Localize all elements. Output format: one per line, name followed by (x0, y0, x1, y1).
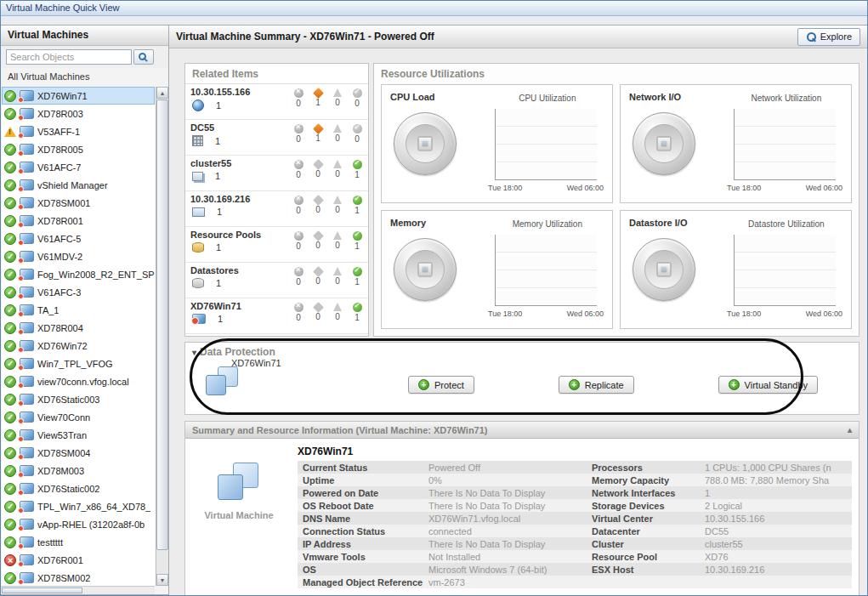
vm-status-icon (4, 251, 16, 263)
vm-list-item[interactable]: XD78M003 (2, 462, 155, 480)
vm-list-item[interactable]: XD78R004 (2, 319, 155, 337)
vm-list-item[interactable]: XD76Static002 (2, 480, 155, 497)
vm-list-item[interactable]: View53Tran (2, 426, 155, 444)
vm-list-item[interactable]: XD78R001 (2, 212, 155, 230)
vm-list-item[interactable]: V61AFC-5 (2, 230, 155, 247)
vm-status-icon (4, 179, 16, 191)
data-protection-action-button[interactable]: Replicate (559, 376, 634, 394)
summary-value-left: vm-2673 (425, 577, 587, 587)
related-item-row[interactable]: XD76Win71 1 0 0 0 1 (185, 298, 368, 334)
search-button[interactable] (133, 49, 154, 65)
related-item-main: 10.30.169.216 1 (190, 194, 292, 226)
chart-ticks: Tue 18:00 Wed 06:00 (488, 309, 604, 318)
vm-list-item[interactable]: XD76Win72 (2, 337, 155, 355)
vm-list-item[interactable]: XD78R003 (2, 105, 155, 122)
vm-list-item[interactable]: XD78R005 (2, 140, 155, 158)
summary-value-right: 1 (701, 488, 852, 498)
vm-list-item[interactable]: XD76Win71 (2, 87, 155, 105)
vm-list-hscrollbar[interactable] (1, 586, 155, 594)
related-item-row[interactable]: Resource Pools 1 0 0 0 1 (185, 227, 368, 263)
vm-list-item[interactable]: V53AFF-1 (2, 122, 155, 140)
vm-list-item[interactable]: TA_1 (2, 301, 155, 319)
collapse-up-icon[interactable] (848, 425, 852, 434)
vm-list-item[interactable]: Fog_Win2008_R2_ENT_SP (2, 265, 155, 283)
vm-list-item[interactable]: Win7_TPL_VFOG (2, 355, 155, 372)
warning-count: 0 (335, 312, 340, 321)
data-protection-action-button[interactable]: Protect (408, 376, 474, 394)
vm-status-icon (4, 197, 16, 209)
summary-vm-name: XD76Win71 (298, 446, 353, 457)
vm-icon (20, 304, 34, 315)
fatal-count: 0 (296, 134, 301, 144)
critical-status-icon (313, 123, 324, 134)
related-item-row[interactable]: DC55 1 0 1 0 0 (185, 120, 368, 156)
vm-status-icon (4, 162, 16, 173)
gauge-label: Memory (390, 218, 426, 228)
all-virtual-machines-link[interactable]: All Virtual Machines (1, 68, 168, 85)
vm-type-label: Virtual Machine (201, 510, 277, 520)
vm-list-scrollbar[interactable] (156, 87, 168, 586)
summary-label-right: Storage Devices (587, 501, 701, 511)
vm-list-item[interactable]: V61MDV-2 (2, 247, 155, 265)
tick-left: Tue 18:00 (488, 309, 522, 318)
summary-value-left: 0% (425, 475, 587, 485)
utilization-subpanel: Datastore I/O Datastore Utilization Tue … (620, 210, 852, 329)
related-item-row[interactable]: 10.30.155.166 1 0 1 0 0 (185, 84, 368, 120)
vm-list-item[interactable]: XD76R001 (2, 551, 155, 569)
vm-list-item[interactable]: XD78SM002 (2, 569, 155, 586)
vm-list-item[interactable]: V61AFC-7 (2, 158, 155, 176)
related-item-statuses: 0 0 0 1 (292, 265, 363, 298)
fatal-status-icon (294, 124, 304, 133)
vm-status-icon (4, 127, 16, 137)
vm-icon (20, 554, 34, 565)
related-item-count: 1 (216, 242, 221, 253)
scrollbar-thumb[interactable] (156, 99, 168, 550)
vm-list-item[interactable]: XD76Static003 (2, 390, 155, 408)
related-item-row[interactable]: 10.30.169.216 1 0 0 0 1 (185, 191, 368, 227)
normal-count: 0 (355, 99, 360, 108)
fatal-count: 0 (296, 313, 301, 322)
explore-icon (806, 31, 816, 42)
scroll-down-arrow-icon[interactable] (156, 574, 168, 586)
vm-icon (20, 429, 34, 440)
vm-list-item[interactable]: TPL_Win7_x86_64_XD78_ (2, 497, 155, 515)
vm-list-item[interactable]: XD78SM001 (2, 194, 155, 212)
data-protection-title: Data Protection (200, 346, 275, 358)
warning-count: 0 (335, 169, 340, 179)
data-protection-vm-name: XD76Win71 (231, 358, 281, 368)
related-item-main: 10.30.155.166 1 (190, 87, 292, 119)
vm-name: V61AFC-3 (37, 287, 81, 298)
explore-button[interactable]: Explore (797, 28, 860, 46)
gauge-dial (394, 238, 457, 301)
summary-table-row: Current Status Powered Off Processors 1 … (298, 461, 852, 474)
vm-list-item[interactable]: vShield Manager (2, 176, 155, 194)
vm-name: V53AFF-1 (37, 127, 80, 137)
vm-icon (20, 197, 34, 208)
vm-list-item[interactable]: V61AFC-3 (2, 283, 155, 301)
summary-value-left: Powered Off (425, 463, 587, 473)
vm-list-item[interactable]: View70Conn (2, 408, 155, 426)
warning-status-icon (333, 196, 342, 204)
critical-count: 0 (315, 205, 321, 214)
related-item-type-icon (192, 172, 203, 181)
related-item-type-icon (192, 314, 206, 324)
vm-icon (20, 572, 34, 583)
warning-count: 0 (335, 98, 340, 107)
vm-list-item[interactable]: testtttt (2, 533, 155, 551)
vm-list-item[interactable]: view70conn.vfog.local (2, 372, 155, 390)
summary-label-left: Connection Status (298, 526, 425, 536)
vm-list-item[interactable]: XD78SM004 (2, 444, 155, 462)
resource-utilizations-title: Resource Utilizations (374, 64, 859, 83)
data-protection-header[interactable]: Data Protection (185, 343, 859, 361)
related-item-row[interactable]: cluster55 1 0 0 0 1 (185, 156, 368, 191)
critical-status-icon (313, 88, 324, 99)
vm-list-item[interactable]: vApp-RHEL (31202a8f-0b (2, 515, 155, 533)
search-input[interactable] (6, 49, 132, 65)
summary-table-row: Uptime 0% Memory Capacity 788.0 MB: 7,88… (298, 474, 852, 486)
data-protection-action-button[interactable]: Virtual Standby (718, 376, 818, 394)
related-item-row[interactable]: Datastores 1 0 0 0 1 (185, 263, 368, 298)
hscrollbar-thumb[interactable] (2, 587, 82, 593)
summary-header[interactable]: Summary and Resource Information (Virtua… (185, 422, 859, 439)
utilization-subpanel: Network I/O Network Utilization Tue 18:0… (620, 84, 852, 203)
scroll-up-arrow-icon[interactable] (156, 87, 168, 99)
